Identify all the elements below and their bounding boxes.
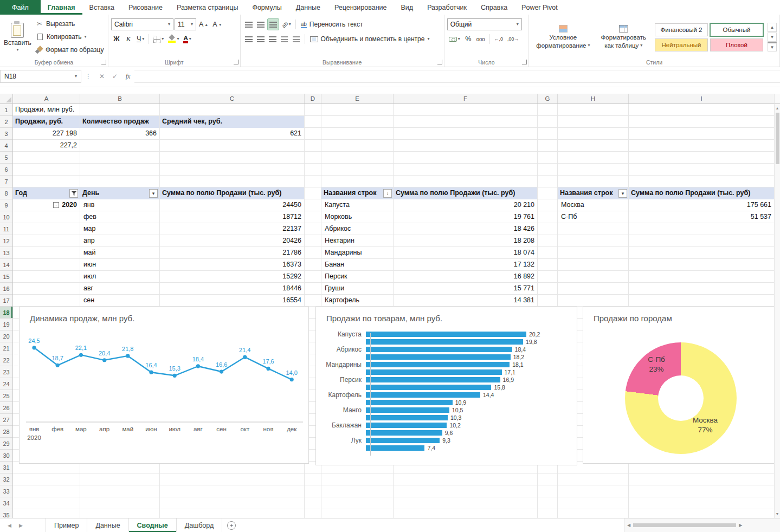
ribbon-tab-Данные[interactable]: Данные — [289, 0, 327, 15]
pivot2-name[interactable]: Капуста — [323, 199, 392, 211]
dialog-launcher-icon[interactable] — [101, 60, 106, 64]
align-left-button[interactable] — [243, 33, 254, 45]
row-header-5[interactable]: 5 — [0, 152, 12, 164]
data-point[interactable] — [149, 371, 153, 374]
pivot1-value[interactable]: 20426 — [160, 235, 305, 247]
font-size-select[interactable]: 11 ▾ — [175, 18, 196, 30]
column-header-G[interactable]: G — [538, 94, 558, 103]
bold-button[interactable]: Ж — [111, 33, 122, 45]
ribbon-tab-Рисование[interactable]: Рисование — [121, 0, 170, 15]
pivot1-month[interactable]: сен — [81, 295, 136, 307]
pivot2-value[interactable]: 18 074 — [394, 247, 538, 259]
row-header-10[interactable]: 10 — [0, 211, 12, 223]
data-point[interactable] — [290, 378, 294, 381]
row-header-1[interactable]: 1 — [0, 104, 12, 116]
line-chart[interactable]: Динамика продаж, млн руб. 24,5янв18,7фев… — [19, 307, 309, 464]
pivot2-value[interactable]: 15 771 — [394, 283, 538, 295]
row-header-20[interactable]: 20 — [0, 330, 12, 342]
pivot2-name[interactable]: Морковь — [323, 211, 392, 223]
file-tab[interactable]: Файл — [0, 0, 41, 15]
data-point[interactable] — [102, 358, 106, 362]
formula-input[interactable] — [134, 70, 780, 83]
paste-button[interactable]: Вставить ▾ — [3, 16, 33, 58]
accounting-format-button[interactable]: ▾ — [447, 33, 462, 45]
column-header-B[interactable]: B — [80, 94, 160, 103]
pivot2-value[interactable]: 14 381 — [394, 295, 538, 307]
bar[interactable] — [366, 369, 502, 375]
copy-button[interactable]: Копировать ▾ — [34, 31, 106, 42]
sheet-tab-Пример[interactable]: Пример — [46, 518, 87, 532]
bar-chart[interactable]: Продажи по товарам, млн руб. Капуста20,2… — [315, 307, 577, 465]
kpi-value[interactable]: 227 198 — [13, 128, 80, 140]
cell-style-Плохой[interactable]: Плохой — [710, 38, 763, 51]
row-header-25[interactable]: 25 — [0, 390, 12, 402]
pivot2-value[interactable]: 18 208 — [394, 235, 538, 247]
row-header-19[interactable]: 19 — [0, 319, 12, 330]
pivot2-value[interactable]: 20 210 — [394, 199, 538, 211]
ribbon-tab-Разработчик[interactable]: Разработчик — [420, 0, 474, 15]
row-header-35[interactable]: 35 — [0, 509, 12, 518]
kpi-value[interactable]: 366 — [80, 128, 160, 140]
sheet-tab-Сводные[interactable]: Сводные — [129, 518, 177, 532]
data-point[interactable] — [32, 346, 36, 349]
bar[interactable] — [366, 415, 448, 420]
decrease-indent-button[interactable] — [279, 33, 290, 45]
pivot3-name[interactable]: С-Пб — [559, 211, 627, 223]
row-header-16[interactable]: 16 — [0, 283, 12, 295]
bar[interactable] — [366, 332, 526, 337]
italic-button[interactable]: К — [123, 33, 134, 45]
pivot1-value[interactable]: 24450 — [160, 199, 305, 211]
gallery-up-button[interactable]: ▲ — [768, 23, 777, 32]
bar[interactable] — [366, 400, 453, 405]
row-header-24[interactable]: 24 — [0, 378, 12, 390]
cancel-icon[interactable]: ✕ — [95, 73, 108, 80]
row-header-15[interactable]: 15 — [0, 271, 12, 283]
pivot1-month[interactable]: апр — [81, 235, 136, 247]
vertical-scroll-thumb[interactable] — [776, 113, 779, 164]
font-color-button[interactable]: А▾ — [182, 33, 192, 45]
sort-desc-icon[interactable]: ↓ — [383, 189, 392, 198]
bar[interactable] — [366, 377, 500, 382]
pivot2-name[interactable]: Нектарин — [323, 235, 392, 247]
pivot1-value[interactable]: 18446 — [160, 283, 305, 295]
pivot1-value[interactable]: 18712 — [160, 211, 305, 223]
increase-decimal-button[interactable]: ←,0 — [493, 33, 505, 45]
borders-button[interactable]: ▾ — [152, 33, 165, 45]
enter-icon[interactable]: ✓ — [108, 73, 121, 80]
row-header-26[interactable]: 26 — [0, 402, 12, 414]
bar[interactable] — [366, 362, 510, 367]
ribbon-tab-Power Pivot[interactable]: Power Pivot — [514, 0, 565, 15]
align-middle-button[interactable] — [255, 18, 266, 30]
pivot2-value[interactable]: 18 426 — [394, 223, 538, 235]
orientation-button[interactable]: ab▾ — [280, 18, 293, 30]
pivot1-month[interactable]: июл — [81, 271, 136, 283]
add-sheet-button[interactable]: + — [222, 518, 241, 532]
column-header-D[interactable]: D — [305, 94, 321, 103]
comma-style-button[interactable]: 000 — [475, 33, 487, 45]
bar[interactable] — [366, 438, 440, 443]
row-header-30[interactable]: 30 — [0, 450, 12, 462]
data-point[interactable] — [220, 369, 223, 373]
shrink-font-button[interactable]: А▼ — [211, 18, 223, 30]
pivot3-header-sum[interactable]: Сумма по полю Продажи (тыс. руб) — [629, 187, 774, 199]
pivot2-name[interactable]: Банан — [323, 259, 392, 271]
percent-style-button[interactable]: % — [463, 33, 474, 45]
row-header-2[interactable]: 2 — [0, 116, 12, 128]
format-as-table-button[interactable]: Форматировать как таблицу▾ — [597, 24, 650, 51]
row-header-21[interactable]: 21 — [0, 342, 12, 354]
bar[interactable] — [366, 339, 523, 345]
row-header-18[interactable]: 18 — [0, 307, 12, 319]
pivot2-value[interactable]: 19 761 — [394, 211, 538, 223]
select-all-corner[interactable] — [0, 94, 13, 104]
dropdown-icon[interactable]: ▾ — [149, 189, 158, 198]
pivot2-header-sum[interactable]: Сумма по полю Продажи (тыс. руб) — [394, 187, 538, 199]
bar[interactable] — [366, 423, 447, 428]
bar[interactable] — [366, 354, 511, 360]
grow-font-button[interactable]: А▲ — [197, 18, 210, 30]
insert-function-icon[interactable]: fx — [121, 73, 134, 81]
align-center-button[interactable] — [255, 33, 266, 45]
column-header-C[interactable]: C — [160, 94, 305, 103]
dialog-launcher-icon[interactable] — [437, 60, 442, 64]
dialog-launcher-icon[interactable] — [234, 60, 238, 64]
scroll-down-icon[interactable]: ▼ — [775, 510, 780, 518]
